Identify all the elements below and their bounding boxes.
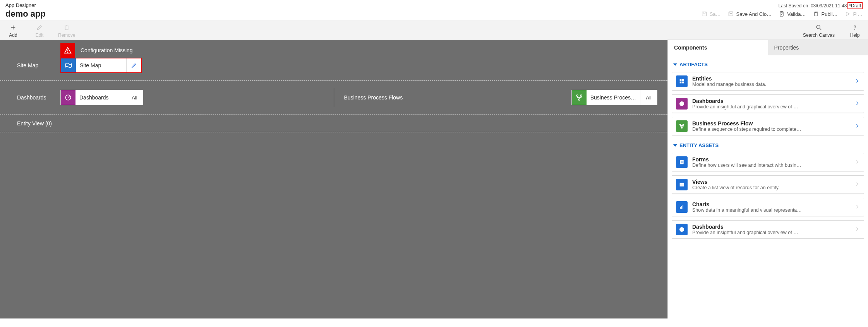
- card-desc: Define how users will see and interact w…: [692, 163, 850, 168]
- canvas: Configuration Missing Site Map Site Map: [0, 40, 667, 318]
- svg-point-20: [580, 95, 582, 96]
- card-bpf[interactable]: Business Process Flow Define a sequence …: [672, 117, 864, 135]
- svg-rect-41: [683, 205, 683, 209]
- chart-icon: [676, 201, 688, 213]
- flow-icon: [676, 120, 688, 132]
- svg-rect-1: [703, 12, 705, 13]
- card-desc: Provide an insightful and graphical over…: [692, 104, 850, 110]
- svg-rect-40: [681, 206, 682, 209]
- add-button[interactable]: Add: [5, 24, 21, 38]
- side-panel: Components Properties ARTIFACTS Entities…: [667, 40, 868, 318]
- entity-view-label: Entity View (0): [0, 115, 667, 132]
- svg-point-30: [683, 124, 684, 125]
- svg-rect-39: [680, 207, 681, 209]
- card-title: Dashboards: [692, 224, 850, 230]
- card-desc: Define a sequence of steps required to c…: [692, 127, 850, 132]
- sitemap-icon: [61, 58, 76, 72]
- entities-icon: [676, 75, 688, 87]
- card-views[interactable]: Views Create a list view of records for …: [672, 175, 864, 194]
- svg-marker-32: [673, 144, 677, 147]
- card-title: Forms: [692, 156, 850, 163]
- warning-icon: [60, 43, 75, 58]
- edit-button: Edit: [32, 24, 47, 38]
- play-button[interactable]: Pl…: [844, 11, 863, 17]
- svg-rect-25: [680, 82, 682, 84]
- card-entities[interactable]: Entities Model and manage business data.: [672, 72, 864, 91]
- card-desc: Model and manage business data.: [692, 82, 850, 87]
- search-canvas-button[interactable]: Search Canvas: [803, 24, 835, 38]
- sitemap-row-label: Site Map: [10, 62, 60, 68]
- card-title: Views: [692, 179, 850, 185]
- validate-button[interactable]: Valida…: [779, 11, 806, 17]
- gauge-icon: [61, 90, 75, 105]
- gauge-icon: [676, 98, 688, 110]
- help-button[interactable]: Help: [847, 24, 863, 38]
- svg-rect-36: [680, 183, 684, 186]
- plus-icon: [10, 24, 17, 31]
- trash-icon: [63, 24, 70, 31]
- vertical-divider: [334, 88, 334, 107]
- caret-down-icon: [673, 63, 677, 67]
- remove-button: Remove: [58, 24, 75, 38]
- pencil-icon: [36, 24, 43, 31]
- dashboards-tile-label: Dashboards: [75, 90, 126, 105]
- svg-marker-6: [846, 12, 849, 15]
- svg-line-13: [820, 28, 821, 30]
- table-icon: [676, 179, 688, 190]
- publish-button[interactable]: Publi…: [813, 11, 838, 17]
- svg-rect-5: [815, 12, 818, 16]
- chevron-right-icon: [854, 101, 860, 106]
- sitemap-edit-button[interactable]: [126, 58, 141, 72]
- card-forms[interactable]: Forms Define how users will see and inte…: [672, 153, 864, 171]
- card-charts[interactable]: Charts Show data in a meaningful and vis…: [672, 198, 864, 216]
- svg-point-21: [578, 99, 580, 100]
- save-button[interactable]: Sa…: [701, 11, 721, 17]
- svg-point-19: [576, 95, 578, 96]
- save-close-icon: [728, 11, 734, 17]
- svg-line-18: [68, 96, 69, 98]
- card-desc: Show data in a meaningful and visual rep…: [692, 207, 850, 213]
- chevron-right-icon: [854, 123, 860, 128]
- svg-point-31: [681, 127, 682, 128]
- bpf-count: All: [640, 90, 657, 105]
- svg-rect-24: [682, 79, 684, 81]
- section-entity-assets[interactable]: ENTITY ASSETS: [672, 139, 864, 151]
- chevron-right-icon: [854, 226, 860, 232]
- tab-components[interactable]: Components: [668, 40, 768, 55]
- svg-rect-2: [729, 12, 733, 16]
- save-icon: [701, 11, 707, 17]
- sitemap-tile-label: Site Map: [76, 58, 126, 72]
- dashboards-tile[interactable]: Dashboards All: [60, 90, 143, 105]
- validate-icon: [779, 11, 785, 17]
- chevron-right-icon: [854, 181, 860, 187]
- card-dashboards-asset[interactable]: Dashboards Provide an insightful and gra…: [672, 220, 864, 239]
- svg-rect-23: [680, 79, 682, 81]
- app-name: demo app: [5, 9, 46, 19]
- svg-point-12: [817, 25, 820, 29]
- svg-rect-9: [65, 26, 69, 30]
- bpf-tile[interactable]: Business Proces… All: [571, 90, 657, 105]
- config-missing-label: Configuration Missing: [81, 47, 133, 53]
- svg-marker-22: [673, 63, 677, 66]
- form-icon: [676, 156, 688, 168]
- last-saved-line: Last Saved on :03/09/2021 11:48 *Draft: [701, 2, 863, 9]
- last-saved-text: Last Saved on :03/09/2021 11:48: [779, 3, 847, 9]
- card-dashboards[interactable]: Dashboards Provide an insightful and gra…: [672, 94, 864, 113]
- tab-properties[interactable]: Properties: [768, 40, 868, 55]
- chevron-right-icon: [854, 78, 860, 84]
- flow-icon: [572, 90, 587, 105]
- section-artifacts[interactable]: ARTIFACTS: [672, 58, 864, 70]
- sitemap-tile[interactable]: Site Map: [60, 58, 142, 73]
- chevron-right-icon: [854, 204, 860, 209]
- card-title: Entities: [692, 75, 850, 82]
- caret-down-icon: [673, 144, 677, 147]
- header-bar: App Designer demo app Last Saved on :03/…: [0, 0, 868, 21]
- save-and-close-button[interactable]: Save And Clo…: [728, 11, 772, 17]
- card-title: Dashboards: [692, 98, 850, 104]
- gauge-icon: [676, 224, 688, 235]
- dashboards-count: All: [126, 90, 143, 105]
- bpf-tile-label: Business Proces…: [587, 90, 640, 105]
- play-icon: [844, 11, 851, 17]
- card-desc: Create a list view of records for an ent…: [692, 185, 850, 190]
- help-icon: [851, 24, 858, 31]
